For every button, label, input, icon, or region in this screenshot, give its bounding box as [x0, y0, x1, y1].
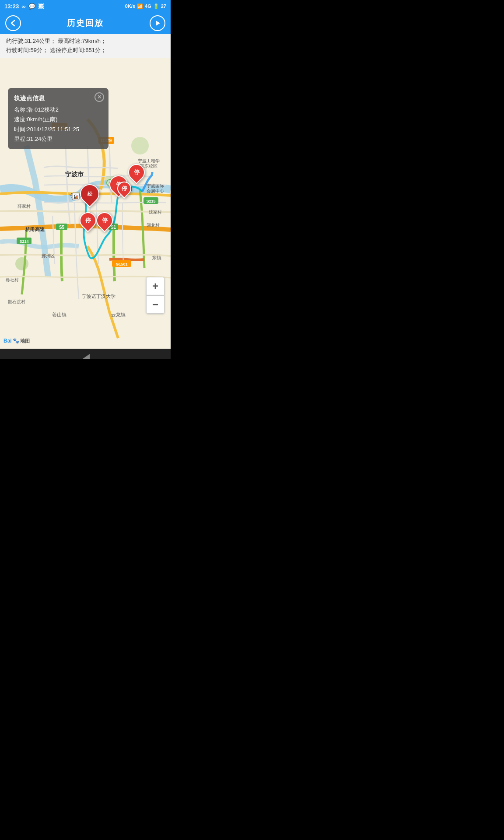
popup-close-button[interactable]: ✕ — [94, 92, 104, 102]
zoom-in-button[interactable]: + — [146, 277, 164, 295]
signal-icon: 4G — [145, 4, 151, 9]
hardware-back-button[interactable] — [81, 354, 90, 359]
popup-title: 轨迹点信息 — [14, 93, 102, 104]
svg-text:姜山镇: 姜山镇 — [52, 312, 66, 317]
svg-text:杭甬高速: 杭甬高速 — [25, 227, 45, 232]
info-line2: 行驶时间:59分； 途径停止时间:651分； — [6, 46, 164, 55]
popup-time: 时间:2014/12/25 11:51:25 — [14, 125, 102, 134]
svg-text:东镇: 东镇 — [152, 255, 161, 260]
map-container[interactable]: G329 S5 S1 S215 S214 G1501 G310 宁波市 宁波站 … — [0, 58, 171, 349]
baidu-logo: Bai 🐾 地图 — [4, 338, 30, 344]
svg-text:薛家村: 薛家村 — [18, 204, 31, 209]
svg-text:宁波诺丁汉大学: 宁波诺丁汉大学 — [82, 294, 116, 299]
zoom-out-button[interactable]: − — [146, 295, 164, 314]
svg-text:🚂: 🚂 — [73, 194, 79, 200]
svg-marker-0 — [156, 21, 160, 26]
svg-text:宁波市: 宁波市 — [65, 171, 84, 178]
svg-text:宁波国际: 宁波国际 — [147, 183, 164, 188]
svg-text:S215: S215 — [146, 199, 155, 203]
stop-marker-1[interactable]: 停 — [128, 164, 145, 181]
play-button[interactable] — [150, 15, 165, 31]
svg-text:鄞州区: 鄞州区 — [42, 253, 55, 258]
status-left: 13:23 ∞ 💬 🖼 — [4, 3, 44, 10]
svg-text:回龙村: 回龙村 — [147, 223, 160, 228]
svg-text:S214: S214 — [19, 239, 28, 244]
page-title: 历史回放 — [67, 18, 104, 29]
time-display: 13:23 — [4, 3, 19, 10]
stop-marker-4[interactable]: 停 — [80, 212, 96, 229]
svg-text:沈家村: 沈家村 — [149, 210, 162, 214]
bottom-nav — [0, 349, 171, 359]
svg-text:G1501: G1501 — [116, 262, 127, 266]
svg-point-3 — [131, 137, 149, 154]
data-usage: 0K/s — [125, 4, 135, 9]
status-right: 0K/s 📶 4G 🔋 27 — [125, 4, 166, 9]
stop-marker-5[interactable]: 停 — [96, 212, 113, 229]
zoom-controls: + − — [146, 277, 164, 314]
info-line1: 约行驶:31.24公里； 最高时速:79km/h； — [6, 37, 164, 46]
popup-card: 轨迹点信息 名称:浩-012移动2 速度:0km/h(正南) 时间:2014/1… — [8, 88, 108, 149]
image-icon: 🖼 — [38, 3, 44, 10]
infinity-icon: ∞ — [21, 3, 25, 10]
svg-text:会展中心: 会展中心 — [147, 189, 164, 193]
wifi-icon: 📶 — [137, 4, 143, 9]
status-bar: 13:23 ∞ 💬 🖼 0K/s 📶 4G 🔋 27 — [0, 0, 171, 12]
info-bar: 约行驶:31.24公里； 最高时速:79km/h； 行驶时间:59分； 途径停止… — [0, 34, 171, 58]
popup-name: 名称:浩-012移动2 — [14, 105, 102, 115]
svg-text:栎社村: 栎社村 — [5, 277, 19, 282]
stop-marker-3[interactable]: 停 — [117, 182, 131, 196]
current-position-marker[interactable]: 经 — [80, 184, 99, 203]
message-icon: 💬 — [28, 3, 35, 10]
svg-text:翻石渡村: 翻石渡村 — [8, 299, 25, 304]
back-button[interactable] — [5, 15, 21, 31]
popup-speed: 速度:0km/h(正南) — [14, 115, 102, 124]
battery-level: 27 — [161, 4, 166, 9]
svg-text:S5: S5 — [59, 225, 65, 230]
popup-mileage: 里程:31.24公里 — [14, 134, 102, 144]
battery-icon: 🔋 — [153, 4, 159, 9]
svg-text:云龙镇: 云龙镇 — [111, 312, 126, 317]
svg-point-2 — [15, 257, 28, 270]
nav-bar: 历史回放 — [0, 12, 171, 34]
svg-text:宁波工程学: 宁波工程学 — [138, 158, 160, 163]
